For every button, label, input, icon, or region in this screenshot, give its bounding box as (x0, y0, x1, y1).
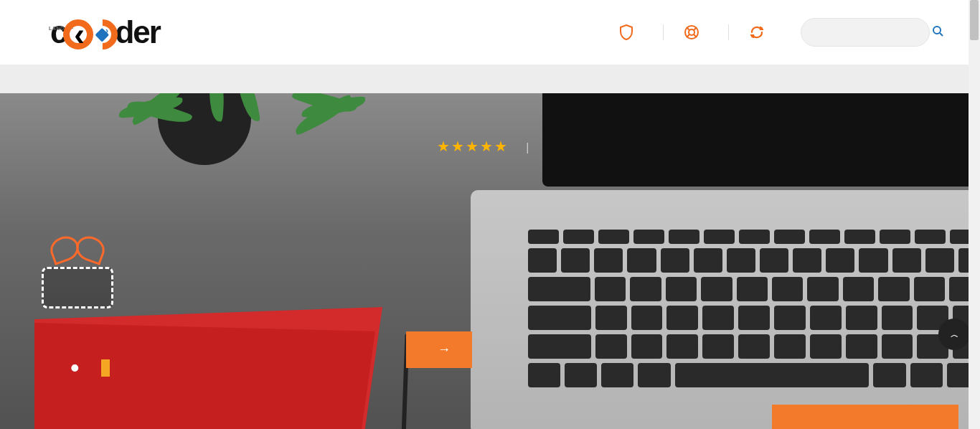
scrollbar-thumb[interactable] (970, 0, 979, 40)
search-icon[interactable] (932, 25, 943, 39)
info-moneyback (618, 24, 641, 40)
rating-stars: ★★★★★ (437, 138, 509, 154)
scroll-top-button[interactable]: ︿ (938, 319, 970, 350)
lifebuoy-icon (684, 24, 699, 40)
svg-point-1 (689, 29, 694, 35)
search-box[interactable] (801, 18, 930, 47)
refresh-icon (749, 24, 765, 40)
main-nav (0, 65, 980, 93)
info-update (728, 24, 772, 40)
shield-icon (618, 24, 634, 40)
chevron-up-icon: ︿ (951, 331, 958, 339)
add-to-cart-button[interactable]: → (406, 331, 472, 368)
svg-point-2 (933, 27, 941, 34)
affiliate-banner[interactable]: • (34, 307, 382, 429)
browser-scrollbar[interactable]: ▲ (969, 0, 980, 429)
arrow-right-icon: → (438, 342, 451, 357)
chat-widget[interactable] (772, 405, 958, 429)
search-input[interactable] (811, 27, 932, 38)
gift-icon (34, 237, 121, 308)
site-logo[interactable]: LAND OF c ‹ › der (50, 14, 160, 50)
info-support (663, 24, 707, 40)
